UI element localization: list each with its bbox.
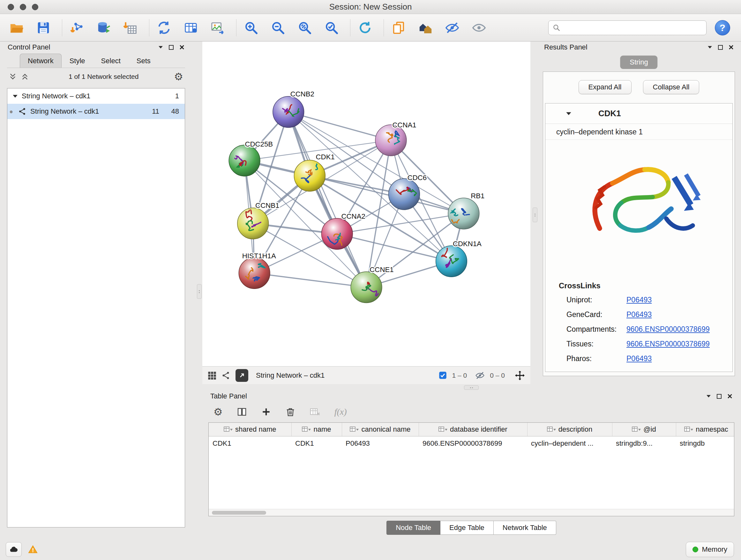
table-cell[interactable]: 9606.ENSP00000378699 xyxy=(419,436,527,451)
network-node-HIST1H1A[interactable] xyxy=(239,258,270,289)
import-network-from-file-button[interactable] xyxy=(68,18,86,37)
copy-document-button[interactable] xyxy=(390,18,408,37)
table-settings-button[interactable]: ⚙ xyxy=(213,407,223,417)
network-node-CDC6[interactable] xyxy=(389,179,420,210)
network-share-icon[interactable] xyxy=(221,371,230,380)
search-input[interactable] xyxy=(564,23,702,32)
network-node-CDC25B[interactable] xyxy=(229,145,260,176)
network-arrows-button[interactable] xyxy=(155,18,173,37)
tab-string[interactable]: String xyxy=(620,56,657,69)
network-node-CCNA1[interactable] xyxy=(375,125,407,156)
hidden-eye-slash-icon[interactable] xyxy=(475,371,485,380)
panel-maximize-button[interactable] xyxy=(718,45,723,50)
column-header-shared-name[interactable]: shared name xyxy=(209,423,291,436)
panel-divider-grip[interactable] xyxy=(197,284,202,299)
network-node-CDK1[interactable] xyxy=(294,160,326,192)
crosslink-link[interactable]: 9606.ENSP00000378699 xyxy=(626,325,710,334)
panel-maximize-button[interactable] xyxy=(717,394,722,399)
delete-table-button-disabled[interactable] xyxy=(310,407,320,417)
panel-close-button[interactable] xyxy=(727,394,732,399)
network-node-CCNA2[interactable] xyxy=(321,219,353,250)
show-columns-button[interactable] xyxy=(237,407,247,417)
table-cell[interactable]: CDK1 xyxy=(209,436,291,451)
pan-crosshair-icon[interactable] xyxy=(515,370,525,381)
tab-style[interactable]: Style xyxy=(62,54,93,68)
refresh-button[interactable] xyxy=(356,18,374,37)
network-collection-row[interactable]: String Network – cdk1 1 xyxy=(7,88,185,104)
scrollbar-thumb[interactable] xyxy=(212,511,266,515)
table-row[interactable]: CDK1CDK1P064939606.ENSP00000378699cyclin… xyxy=(209,436,734,451)
zoom-selected-button[interactable] xyxy=(323,18,340,37)
toggle-visibility-button[interactable] xyxy=(443,18,461,37)
show-all-button[interactable] xyxy=(470,18,488,37)
column-header-namespac[interactable]: namespac xyxy=(676,423,734,436)
panel-float-button[interactable] xyxy=(708,46,712,49)
minimize-window-button[interactable] xyxy=(20,4,26,10)
panel-maximize-button[interactable] xyxy=(169,45,174,50)
expand-all-button[interactable]: Expand All xyxy=(579,80,631,94)
delete-column-button[interactable] xyxy=(285,407,295,417)
network-node-CCNB2[interactable] xyxy=(273,97,304,128)
panel-close-button[interactable] xyxy=(179,45,185,50)
zoom-fit-button[interactable] xyxy=(296,18,314,37)
function-builder-button[interactable]: f(x) xyxy=(334,407,347,417)
grid-view-icon[interactable] xyxy=(207,371,216,380)
help-button[interactable]: ? xyxy=(715,20,730,36)
save-session-button[interactable] xyxy=(35,18,52,37)
column-header-database-identifier[interactable]: database identifier xyxy=(419,423,527,436)
column-header-description[interactable]: description xyxy=(527,423,612,436)
network-node-CCNB1[interactable] xyxy=(238,208,269,239)
column-header-canonical-name[interactable]: canonical name xyxy=(342,423,419,436)
network-row[interactable]: ● String Network – cdk1 11 48 xyxy=(7,104,185,119)
panel-divider-grip[interactable] xyxy=(533,207,537,222)
expand-all-networks-icon[interactable] xyxy=(9,73,17,80)
warnings-button[interactable] xyxy=(25,542,41,557)
column-header-name[interactable]: name xyxy=(291,423,342,436)
tab-network[interactable]: Network xyxy=(20,54,62,68)
network-node-CDKN1A[interactable] xyxy=(436,246,467,277)
tab-network-table[interactable]: Network Table xyxy=(494,521,556,535)
tab-sets[interactable]: Sets xyxy=(129,54,158,68)
crosslink-link[interactable]: 9606.ENSP00000378699 xyxy=(626,340,710,348)
table-cell[interactable]: cyclin–dependent ... xyxy=(527,436,612,451)
string-home-button[interactable] xyxy=(416,18,434,37)
crosslink-link[interactable]: P06493 xyxy=(626,354,652,363)
crosslink-link[interactable]: P06493 xyxy=(626,296,652,304)
tab-select[interactable]: Select xyxy=(93,54,129,68)
tab-node-table[interactable]: Node Table xyxy=(387,521,441,535)
network-node-RB1[interactable] xyxy=(448,198,479,229)
tab-edge-table[interactable]: Edge Table xyxy=(441,521,494,535)
network-node-CCNE1[interactable] xyxy=(351,272,382,303)
gene-card-header[interactable]: CDK1 xyxy=(545,104,732,124)
network-view[interactable]: CCNB2CCNA1CDC25BCDK1CDC6RB1CCNB1CCNA2CDK… xyxy=(202,42,530,384)
collection-expand-icon[interactable] xyxy=(12,95,18,98)
table-cell[interactable]: stringdb xyxy=(676,436,734,451)
crosslink-link[interactable]: P06493 xyxy=(626,310,652,319)
collapse-all-networks-icon[interactable] xyxy=(21,73,29,80)
panel-float-button[interactable] xyxy=(706,395,711,398)
panel-close-button[interactable] xyxy=(729,45,734,50)
zoom-window-button[interactable] xyxy=(32,4,38,10)
network-canvas[interactable]: CCNB2CCNA1CDC25BCDK1CDC6RB1CCNB1CCNA2CDK… xyxy=(202,42,530,366)
table-cell[interactable]: P06493 xyxy=(342,436,419,451)
table-cell[interactable]: CDK1 xyxy=(291,436,342,451)
import-table-button[interactable] xyxy=(122,18,139,37)
selected-checkbox-icon[interactable] xyxy=(439,371,447,380)
cloud-status-button[interactable] xyxy=(6,542,22,557)
network-table-button[interactable] xyxy=(182,18,200,37)
panel-divider-grip[interactable] xyxy=(464,385,479,390)
table-cell[interactable]: stringdb:9... xyxy=(612,436,676,451)
import-network-from-database-button[interactable] xyxy=(95,18,113,37)
panel-float-button[interactable] xyxy=(158,46,163,49)
close-window-button[interactable] xyxy=(8,4,14,10)
zoom-in-button[interactable] xyxy=(242,18,260,37)
export-image-button[interactable] xyxy=(209,18,226,37)
column-header-@id[interactable]: @id xyxy=(612,423,676,436)
open-in-new-window-button[interactable] xyxy=(235,369,248,382)
memory-button[interactable]: Memory xyxy=(686,542,734,557)
open-session-button[interactable] xyxy=(8,18,25,37)
add-column-button[interactable] xyxy=(261,407,271,417)
collapse-all-button[interactable]: Collapse All xyxy=(643,80,699,94)
zoom-out-button[interactable] xyxy=(269,18,287,37)
network-options-gear-icon[interactable]: ⚙ xyxy=(174,71,183,82)
